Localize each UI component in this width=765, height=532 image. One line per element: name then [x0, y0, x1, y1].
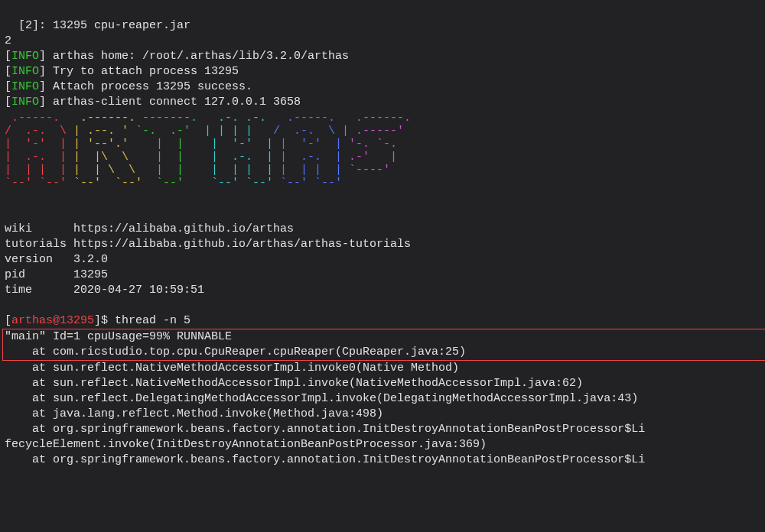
stack-frame-continuation: fecycleElement.invoke(InitDestroyAnnotat…	[5, 438, 487, 451]
log-level-info: INFO	[11, 65, 39, 78]
terminal-output[interactable]: [2]: 13295 cpu-reaper.jar 2 [INFO] artha…	[0, 0, 765, 471]
stack-frame-line: at com.ricstudio.top.cpu.CpuReaper.cpuRe…	[5, 345, 466, 358]
info-row-version: version 3.2.0	[5, 253, 108, 266]
stack-frame-line: at sun.reflect.NativeMethodAccessorImpl.…	[5, 362, 459, 375]
info-row-time: time 2020-04-27 10:59:51	[5, 284, 204, 297]
stack-frame-line: at sun.reflect.NativeMethodAccessorImpl.…	[5, 377, 583, 390]
info-line: [INFO] Attach process 13295 success.	[5, 80, 252, 93]
log-level-info: INFO	[11, 96, 39, 109]
thread-header-line: "main" Id=1 cpuUsage=99% RUNNABLE	[5, 330, 232, 343]
stack-frame-line: at org.springframework.beans.factory.ann…	[5, 453, 645, 466]
process-list-line: [2]: 13295 cpu-reaper.jar	[5, 19, 190, 32]
log-level-info: INFO	[11, 50, 39, 63]
info-row-pid: pid 13295	[5, 268, 108, 281]
command-prompt-line[interactable]: [arthas@13295]$ thread -n 5	[5, 314, 190, 327]
command-input[interactable]: thread -n 5	[115, 314, 190, 327]
info-line: [INFO] Try to attach process 13295	[5, 65, 239, 78]
info-row-tutorials: tutorials https://alibaba.github.io/arth…	[5, 238, 411, 251]
log-level-info: INFO	[11, 80, 39, 93]
info-row-wiki: wiki https://alibaba.github.io/arthas	[5, 222, 294, 235]
info-line: [INFO] arthas-client connect 127.0.0.1 3…	[5, 96, 301, 109]
stack-frame-line: at sun.reflect.DelegatingMethodAccessorI…	[5, 392, 638, 405]
info-line: [INFO] arthas home: /root/.arthas/lib/3.…	[5, 50, 349, 63]
highlighted-stack-frame: "main" Id=1 cpuUsage=99% RUNNABLE at com…	[2, 329, 765, 361]
user-selection-line: 2	[5, 34, 11, 47]
stack-frame-line: at java.lang.reflect.Method.invoke(Metho…	[5, 407, 383, 420]
stack-frame-line: at org.springframework.beans.factory.ann…	[5, 423, 645, 436]
arthas-ascii-logo: .-----. .------. -------. .-. .-. .-----…	[5, 112, 760, 190]
prompt-user-host: arthas@13295	[11, 314, 94, 327]
